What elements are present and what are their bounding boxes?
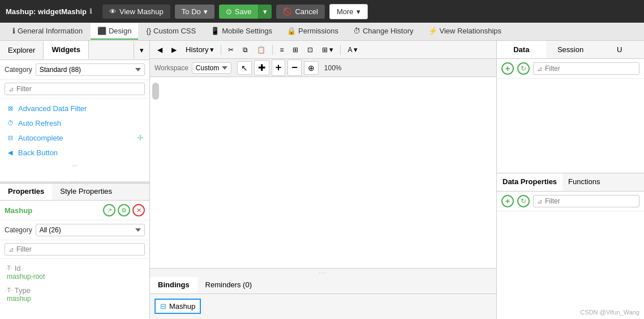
binding-item-mashup[interactable]: ⊟ Mashup — [154, 299, 201, 314]
tab-u[interactable]: U — [595, 41, 644, 58]
widget-item-autocomplete[interactable]: ⊟ Autocomplete ✛ — [0, 130, 149, 145]
category-label: Category — [5, 66, 32, 74]
canvas-scroll-handle[interactable] — [152, 83, 159, 100]
right-bottom-content — [497, 211, 644, 305]
tab-general[interactable]: ℹ General Information — [6, 23, 89, 40]
tab-permissions[interactable]: 🔒 Permissions — [280, 23, 345, 40]
tab-data-properties[interactable]: Data Properties — [497, 173, 563, 191]
save-button[interactable]: ⊙ Save — [219, 5, 259, 19]
layout-button[interactable]: ⊡ — [303, 44, 317, 56]
tab-mobile[interactable]: 📱 Mobile Settings — [204, 23, 279, 40]
tab-custom-css[interactable]: {} Custom CSS — [139, 23, 203, 40]
bottom-filter-icon: ⊿ — [8, 246, 14, 253]
bottom-bar-tabs: Bindings Reminders (0) — [150, 277, 496, 294]
widget-add-icon[interactable]: ✛ — [137, 133, 144, 142]
grid-button[interactable]: ⊞ ▾ — [318, 43, 337, 56]
redo-button[interactable]: ▶ — [168, 44, 181, 56]
select-tool-button[interactable]: ↖ — [237, 61, 252, 75]
gear-button[interactable]: ⚙ — [118, 204, 130, 216]
tab-view-relationships[interactable]: ⚡ View Relationships — [422, 23, 509, 40]
tab-properties[interactable]: Properties — [0, 184, 52, 200]
cancel-label: Cancel — [295, 7, 317, 16]
copy-button[interactable]: ⧉ — [239, 44, 252, 56]
prop-item-id: ·T· Id mashup-root — [0, 261, 149, 283]
minus-button[interactable]: − — [287, 59, 302, 76]
toolbar: ◀ ▶ History ▾ ✂ ⧉ 📋 ≡ ⊞ ⊡ ⊞ ▾ A ▾ — [150, 41, 496, 59]
tab-explorer[interactable]: Explorer — [0, 41, 44, 59]
tab-design[interactable]: ⬛ Design — [91, 23, 138, 40]
grid-dropdown-icon: ▾ — [329, 45, 333, 54]
align-button[interactable]: ≡ — [276, 44, 287, 56]
view-mashup-button[interactable]: 👁 View Mashup — [102, 5, 170, 19]
right-refresh-button[interactable]: ↻ — [517, 62, 530, 75]
data-props-tab-label: Data Properties — [503, 177, 557, 186]
tab-reminders[interactable]: Reminders (0) — [198, 277, 260, 294]
save-dropdown-button[interactable]: ▾ — [258, 5, 272, 19]
add-widget-button[interactable]: ✚ — [254, 60, 269, 75]
right-bottom-add-button[interactable]: + — [501, 195, 514, 207]
text-button[interactable]: A ▾ — [344, 43, 362, 56]
tab-change-history[interactable]: ⏱ Change History — [346, 23, 420, 40]
right-filter-input[interactable] — [545, 65, 636, 73]
functions-tab-label: Functions — [568, 177, 600, 186]
todo-button[interactable]: To Do ▾ — [175, 5, 214, 19]
workspace-tools: ↖ ✚ + − ⊕ 100% — [237, 59, 345, 76]
tab-functions[interactable]: Functions — [563, 173, 606, 191]
tab-mobile-label: Mobile Settings — [222, 27, 272, 35]
bottom-filter-row: ⊿ — [0, 240, 149, 259]
right-bottom-filter-input[interactable] — [545, 197, 636, 205]
paste-button[interactable]: 📋 — [253, 44, 269, 56]
widgets-label: Widgets — [51, 45, 80, 54]
info-icon[interactable]: ℹ — [89, 7, 92, 15]
category-select[interactable]: Standard (88) — [36, 63, 145, 76]
widget-icon-filter: ⊠ — [6, 104, 15, 113]
right-bottom-refresh-button[interactable]: ↻ — [517, 195, 530, 207]
sep3 — [340, 45, 341, 55]
share-button[interactable]: ↗ — [103, 204, 115, 216]
close-button[interactable]: ✕ — [132, 204, 145, 216]
filter-input[interactable] — [16, 85, 141, 93]
distribute-button[interactable]: ⊞ — [289, 44, 302, 56]
prop-label-type: ·T· Type — [6, 286, 144, 295]
save-icon: ⊙ — [226, 7, 232, 16]
bottom-filter-wrap: ⊿ — [5, 243, 145, 256]
more-button[interactable]: More ▾ — [329, 4, 368, 19]
u-tab-label: U — [617, 45, 622, 54]
zoom-fit-button[interactable]: ⊕ — [304, 61, 319, 75]
prop-type-icon-id: ·T· — [6, 265, 12, 271]
canvas[interactable] — [150, 77, 496, 268]
main-layout: Explorer Widgets ▾ Category Standard (88… — [0, 41, 644, 319]
mashup-icons: ↗ ⚙ ✕ — [103, 204, 145, 216]
history-label: History — [186, 45, 208, 54]
tab-bindings[interactable]: Bindings — [150, 277, 198, 294]
right-panel: Data Session U + ↻ ⊿ Data — [497, 41, 644, 319]
plus-button[interactable]: + — [272, 59, 286, 76]
tab-general-label: General Information — [18, 27, 83, 35]
right-add-button[interactable]: + — [501, 62, 514, 75]
tab-data[interactable]: Data — [497, 41, 546, 58]
right-top-tabs: Data Session U — [497, 41, 644, 59]
bottom-filter-input[interactable] — [16, 245, 141, 253]
app-title: Mashup: widgetMaship ℹ — [6, 7, 92, 16]
tab-style-properties[interactable]: Style Properties — [52, 184, 120, 200]
prop-type-icon-type: ·T· — [6, 287, 12, 294]
sep2 — [272, 45, 273, 55]
widget-item-advanced-data-filter[interactable]: ⊠ Advanced Data Filter — [0, 101, 149, 116]
tab-rel-label: View Relationships — [440, 27, 502, 35]
widget-item-auto-refresh[interactable]: ⏱ Auto Refresh — [0, 116, 149, 130]
cancel-button[interactable]: 🚫 Cancel — [276, 5, 324, 19]
cut-button[interactable]: ✂ — [224, 44, 238, 56]
tab-css-icon: {} — [146, 27, 151, 35]
widgets-dropdown-icon[interactable]: ▾ — [134, 41, 149, 59]
tab-session[interactable]: Session — [546, 41, 595, 58]
history-button[interactable]: History ▾ — [182, 43, 218, 56]
bottom-left-panel: Properties Style Properties Mashup ↗ ⚙ ✕… — [0, 183, 149, 319]
filter-icon: ⊿ — [8, 86, 14, 93]
cat-all-select[interactable]: All (26) — [36, 224, 145, 236]
text-dropdown-icon: ▾ — [354, 45, 358, 54]
widget-item-back-button[interactable]: ◀ Back Button — [0, 145, 149, 160]
workspace-select[interactable]: Custom — [192, 62, 231, 74]
undo-button[interactable]: ◀ — [153, 44, 166, 56]
todo-dropdown-icon: ▾ — [204, 7, 208, 16]
tab-widgets[interactable]: Widgets — [44, 41, 88, 59]
